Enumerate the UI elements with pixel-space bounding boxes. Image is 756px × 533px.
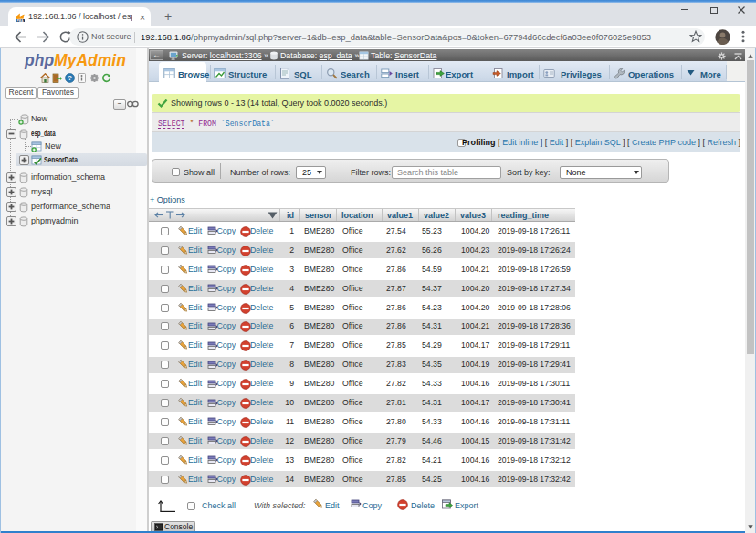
- svg-text:?: ?: [68, 74, 72, 82]
- svg-text:PMA: PMA: [16, 19, 24, 23]
